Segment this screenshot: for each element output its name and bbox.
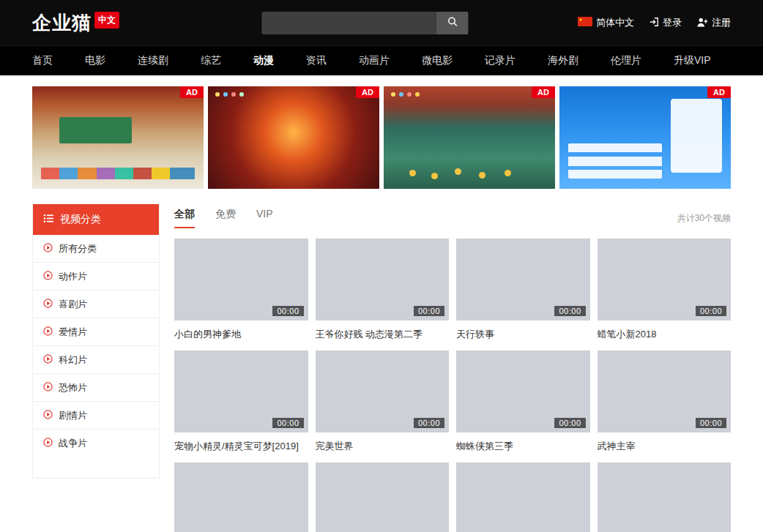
video-card[interactable]	[316, 462, 450, 532]
filter-tabs: 全部 免费 VIP	[174, 208, 273, 228]
sidebar-category-item[interactable]: 剧情片	[33, 402, 159, 430]
nav-item[interactable]: 记录片	[485, 54, 516, 67]
nav-item[interactable]: 升级VIP	[674, 54, 711, 67]
video-count-label: 共计30个视频	[677, 212, 731, 225]
duration-badge: 00:00	[272, 418, 303, 428]
sidebar-category-label: 恐怖片	[59, 381, 87, 394]
video-thumbnail: 00:00	[316, 351, 450, 432]
sidebar-title: 视频分类	[60, 213, 101, 226]
ad-banner[interactable]: AD	[32, 86, 204, 189]
play-circle-icon	[43, 299, 53, 310]
play-circle-icon	[43, 271, 53, 282]
video-thumbnail: 00:00	[316, 239, 450, 321]
top-bar: 企业猫 中文 简体中文 登录 注册	[0, 0, 763, 45]
sidebar-category-item[interactable]: 恐怖片	[33, 374, 159, 402]
nav-item[interactable]: 综艺	[201, 54, 221, 67]
video-thumbnail: 00:00	[598, 239, 732, 321]
sidebar-category-item[interactable]: 动作片	[33, 263, 159, 291]
ad-banner[interactable]: AD	[208, 86, 379, 189]
play-circle-icon	[43, 438, 53, 449]
duration-badge: 00:00	[554, 306, 585, 316]
video-card[interactable]	[456, 462, 590, 532]
nav-item[interactable]: 动漫	[253, 54, 274, 67]
play-circle-icon	[43, 326, 53, 338]
duration-badge: 00:00	[696, 306, 726, 316]
nav-item[interactable]: 海外剧	[548, 54, 578, 67]
play-circle-icon	[43, 243, 53, 255]
video-section: 全部 免费 VIP 共计30个视频 00:00 小白的男神爹地	[174, 203, 731, 532]
main-nav: 首页 电影 连续剧 综艺 动漫 资讯 动画片 微电影 记录片 海外剧 伦理片 升…	[0, 45, 763, 75]
sidebar-header: 视频分类	[33, 204, 159, 235]
main-content: 视频分类 所有分类 动作片	[0, 203, 763, 532]
sidebar-category-item[interactable]: 所有分类	[33, 235, 159, 263]
sidebar-category-item[interactable]: 喜剧片	[33, 291, 159, 318]
video-title[interactable]: 蜘蛛侠第三季	[456, 440, 590, 453]
ad-banner[interactable]: AD	[384, 86, 555, 189]
search-button[interactable]	[436, 12, 468, 34]
nav-item[interactable]: 动画片	[359, 54, 390, 67]
nav-item[interactable]: 资讯	[306, 54, 327, 67]
play-circle-icon	[43, 410, 53, 422]
topbar-right: 简体中文 登录 注册	[578, 16, 731, 29]
video-grid: 00:00 小白的男神爹地 00:00 王爷你好贱 动态漫第二季 00:00 天…	[174, 239, 731, 532]
video-thumbnail: 00:00	[598, 351, 732, 432]
video-title[interactable]: 蜡笔小新2018	[598, 328, 732, 341]
duration-badge: 00:00	[696, 418, 726, 428]
nav-item[interactable]: 电影	[85, 54, 105, 67]
category-sidebar: 视频分类 所有分类 动作片	[32, 203, 160, 479]
video-title[interactable]: 王爷你好贱 动态漫第二季	[316, 328, 450, 341]
ad-badge: AD	[707, 86, 731, 98]
search-input[interactable]	[261, 12, 436, 34]
filter-tab[interactable]: 全部	[174, 208, 195, 228]
video-card[interactable]: 00:00 蜘蛛侠第三季	[456, 351, 590, 453]
video-thumbnail: 00:00	[174, 351, 308, 432]
ad-banner[interactable]: AD	[559, 86, 731, 189]
site-logo[interactable]: 企业猫 中文	[32, 10, 119, 36]
sidebar-category-item[interactable]: 科幻片	[33, 346, 159, 374]
video-card[interactable]: 00:00 蜡笔小新2018	[598, 239, 732, 341]
video-title[interactable]: 天行轶事	[456, 328, 590, 341]
nav-item[interactable]: 连续剧	[138, 54, 168, 67]
video-card[interactable]: 00:00 小白的男神爹地	[174, 239, 308, 341]
language-switcher[interactable]: 简体中文	[578, 16, 634, 29]
video-card[interactable]	[598, 462, 732, 532]
video-title[interactable]: 宠物小精灵/精灵宝可梦[2019]	[174, 440, 308, 453]
logo-text: 企业猫	[32, 10, 92, 36]
video-card[interactable]: 00:00 完美世界	[316, 351, 450, 453]
ad-badge: AD	[532, 86, 555, 98]
sidebar-category-label: 科幻片	[59, 353, 87, 367]
sidebar-category-label: 所有分类	[59, 242, 97, 255]
video-card[interactable]: 00:00 天行轶事	[456, 239, 590, 341]
sidebar-category-label: 爱情片	[59, 326, 87, 339]
duration-badge: 00:00	[554, 418, 585, 428]
video-thumbnail	[174, 462, 308, 532]
register-label: 注册	[712, 16, 731, 29]
video-thumbnail: 00:00	[456, 351, 590, 432]
ad-badge: AD	[356, 86, 379, 98]
login-icon	[649, 17, 659, 29]
video-card[interactable]	[174, 462, 308, 532]
nav-item[interactable]: 伦理片	[611, 54, 641, 67]
video-thumbnail	[456, 462, 590, 532]
video-title[interactable]: 完美世界	[316, 440, 450, 453]
play-circle-icon	[43, 382, 53, 394]
video-thumbnail: 00:00	[174, 239, 308, 321]
nav-item[interactable]: 微电影	[422, 54, 453, 67]
video-title[interactable]: 小白的男神爹地	[174, 328, 308, 341]
filter-tab[interactable]: VIP	[256, 208, 273, 228]
sidebar-category-label: 喜剧片	[59, 298, 87, 311]
login-link[interactable]: 登录	[649, 16, 682, 29]
filter-tab[interactable]: 免费	[215, 208, 236, 228]
sidebar-category-item[interactable]: 爱情片	[33, 318, 159, 346]
video-thumbnail	[598, 462, 732, 532]
nav-item[interactable]: 首页	[32, 54, 53, 67]
register-link[interactable]: 注册	[696, 16, 731, 29]
video-title[interactable]: 武神主宰	[598, 440, 732, 453]
video-card[interactable]: 00:00 宠物小精灵/精灵宝可梦[2019]	[174, 351, 308, 453]
sidebar-category-item[interactable]: 战争片	[33, 430, 159, 457]
ad-banner-row: AD AD AD AD	[0, 75, 763, 203]
sidebar-category-label: 动作片	[59, 270, 87, 283]
video-thumbnail: 00:00	[456, 239, 590, 321]
video-card[interactable]: 00:00 王爷你好贱 动态漫第二季	[316, 239, 450, 341]
video-card[interactable]: 00:00 武神主宰	[598, 351, 732, 453]
